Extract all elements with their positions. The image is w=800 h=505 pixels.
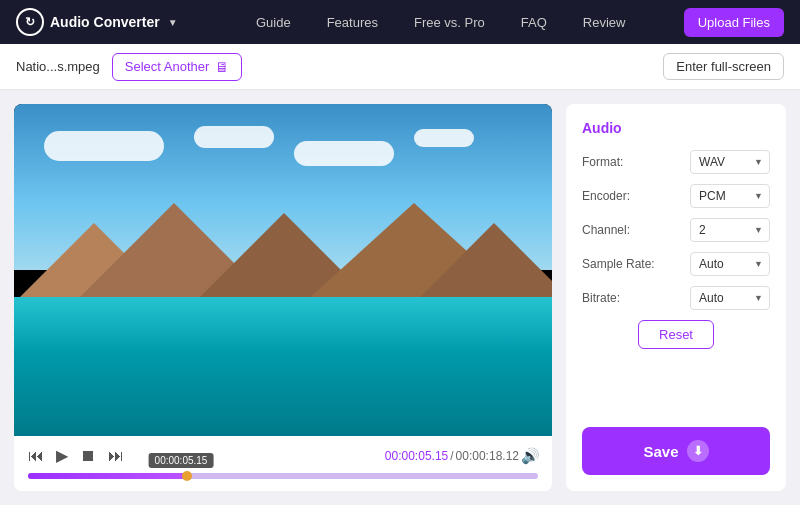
main-content: ⏮ ▶ ⏹ ⏭ 00:00:05.15 / 00:00:18.12 🔊 00:0… bbox=[0, 90, 800, 505]
time-separator: / bbox=[450, 449, 453, 463]
nav-review[interactable]: Review bbox=[565, 0, 644, 44]
save-label: Save bbox=[643, 443, 678, 460]
encoder-chevron-icon: ▼ bbox=[754, 191, 763, 201]
nav-faq[interactable]: FAQ bbox=[503, 0, 565, 44]
monitor-icon: 🖥 bbox=[215, 59, 229, 75]
time-row: 00:00:05.15 / 00:00:18.12 🔊 bbox=[385, 447, 540, 465]
nav-guide[interactable]: Guide bbox=[238, 0, 309, 44]
channel-value: 2 bbox=[699, 223, 706, 237]
filename-label: Natio...s.mpeg bbox=[16, 59, 100, 74]
scrubber-container: 00:00:05.15 bbox=[26, 473, 540, 487]
play-button[interactable]: ▶ bbox=[54, 444, 70, 467]
settings-title: Audio bbox=[582, 120, 770, 136]
reset-button[interactable]: Reset bbox=[638, 320, 714, 349]
channel-select[interactable]: 2 ▼ bbox=[690, 218, 770, 242]
encoder-value: PCM bbox=[699, 189, 726, 203]
cloud-3 bbox=[294, 141, 394, 166]
sample-rate-value: Auto bbox=[699, 257, 724, 271]
bitrate-row: Bitrate: Auto ▼ bbox=[582, 286, 770, 310]
nav-free-vs-pro[interactable]: Free vs. Pro bbox=[396, 0, 503, 44]
nav-features[interactable]: Features bbox=[309, 0, 396, 44]
bitrate-chevron-icon: ▼ bbox=[754, 293, 763, 303]
sample-rate-select[interactable]: Auto ▼ bbox=[690, 252, 770, 276]
lake bbox=[14, 297, 552, 436]
bitrate-value: Auto bbox=[699, 291, 724, 305]
logo[interactable]: ↻ Audio Converter ▼ bbox=[16, 8, 178, 36]
rewind-button[interactable]: ⏮ bbox=[26, 445, 46, 467]
encoder-row: Encoder: PCM ▼ bbox=[582, 184, 770, 208]
settings-panel: Audio Format: WAV ▼ Encoder: PCM ▼ Cha bbox=[566, 104, 786, 491]
lake-reflection bbox=[14, 297, 552, 353]
format-value: WAV bbox=[699, 155, 725, 169]
channel-label: Channel: bbox=[582, 223, 630, 237]
select-another-label: Select Another bbox=[125, 59, 210, 74]
stop-button[interactable]: ⏹ bbox=[78, 445, 98, 467]
controls-row: ⏮ ▶ ⏹ ⏭ 00:00:05.15 / 00:00:18.12 🔊 bbox=[26, 444, 540, 467]
fullscreen-button[interactable]: Enter full-screen bbox=[663, 53, 784, 80]
sample-rate-row: Sample Rate: Auto ▼ bbox=[582, 252, 770, 276]
scene bbox=[14, 104, 552, 436]
logo-text: Audio Converter bbox=[50, 14, 160, 30]
nav-menu: Guide Features Free vs. Pro FAQ Review bbox=[198, 0, 684, 44]
logo-icon: ↻ bbox=[16, 8, 44, 36]
save-icon: ⬇ bbox=[687, 440, 709, 462]
controls-bar: ⏮ ▶ ⏹ ⏭ 00:00:05.15 / 00:00:18.12 🔊 00:0… bbox=[14, 436, 552, 491]
total-time: 00:00:18.12 bbox=[456, 449, 519, 463]
navbar: ↻ Audio Converter ▼ Guide Features Free … bbox=[0, 0, 800, 44]
video-panel: ⏮ ▶ ⏹ ⏭ 00:00:05.15 / 00:00:18.12 🔊 00:0… bbox=[14, 104, 552, 491]
encoder-label: Encoder: bbox=[582, 189, 630, 203]
bitrate-label: Bitrate: bbox=[582, 291, 620, 305]
mountains bbox=[14, 204, 552, 304]
mountain-5 bbox=[414, 223, 552, 303]
settings-rows: Format: WAV ▼ Encoder: PCM ▼ Channel: 2 bbox=[582, 150, 770, 427]
fast-forward-button[interactable]: ⏭ bbox=[106, 445, 126, 467]
select-another-button[interactable]: Select Another 🖥 bbox=[112, 53, 243, 81]
sample-rate-chevron-icon: ▼ bbox=[754, 259, 763, 269]
cloud-1 bbox=[44, 131, 164, 161]
channel-row: Channel: 2 ▼ bbox=[582, 218, 770, 242]
cloud-2 bbox=[194, 126, 274, 148]
control-buttons: ⏮ ▶ ⏹ ⏭ bbox=[26, 444, 126, 467]
video-preview bbox=[14, 104, 552, 436]
format-chevron-icon: ▼ bbox=[754, 157, 763, 167]
format-row: Format: WAV ▼ bbox=[582, 150, 770, 174]
scrubber-fill bbox=[28, 473, 191, 479]
scrubber-tooltip: 00:00:05.15 bbox=[149, 453, 214, 468]
save-button[interactable]: Save ⬇ bbox=[582, 427, 770, 475]
upload-files-button[interactable]: Upload Files bbox=[684, 8, 784, 37]
volume-button[interactable]: 🔊 bbox=[521, 447, 540, 465]
format-label: Format: bbox=[582, 155, 623, 169]
logo-dropdown-icon[interactable]: ▼ bbox=[168, 17, 178, 28]
subheader: Natio...s.mpeg Select Another 🖥 Enter fu… bbox=[0, 44, 800, 90]
sample-rate-label: Sample Rate: bbox=[582, 257, 655, 271]
channel-chevron-icon: ▼ bbox=[754, 225, 763, 235]
scrubber-thumb[interactable] bbox=[182, 471, 192, 481]
cloud-4 bbox=[414, 129, 474, 147]
subheader-left: Natio...s.mpeg Select Another 🖥 bbox=[16, 53, 242, 81]
format-select[interactable]: WAV ▼ bbox=[690, 150, 770, 174]
bitrate-select[interactable]: Auto ▼ bbox=[690, 286, 770, 310]
scrubber-track[interactable] bbox=[28, 473, 538, 479]
current-time: 00:00:05.15 bbox=[385, 449, 448, 463]
encoder-select[interactable]: PCM ▼ bbox=[690, 184, 770, 208]
